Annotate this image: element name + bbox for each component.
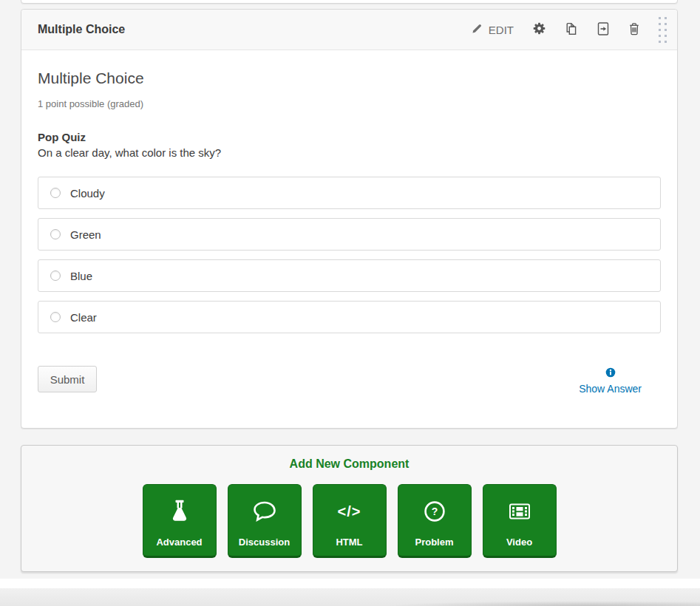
add-button-label: Problem xyxy=(415,537,453,548)
add-component-title: Add New Component xyxy=(21,457,677,471)
choice-label: Green xyxy=(70,228,101,241)
show-answer-button[interactable]: Show Answer xyxy=(579,367,642,395)
choice-label: Blue xyxy=(70,270,92,282)
component-toolbar: EDIT xyxy=(462,17,668,43)
choice-option[interactable]: Blue xyxy=(38,259,661,292)
radio-button[interactable] xyxy=(50,312,61,322)
points-text: 1 point possible (graded) xyxy=(38,98,661,109)
add-discussion-button[interactable]: Discussion xyxy=(228,484,302,558)
choice-option[interactable]: Clear xyxy=(38,301,661,333)
delete-button[interactable] xyxy=(619,19,650,41)
pencil-icon xyxy=(472,23,483,36)
show-answer-label: Show Answer xyxy=(579,383,642,395)
move-button[interactable] xyxy=(588,19,619,41)
add-component-panel: Add New Component Advanced Discussion xyxy=(21,445,678,572)
choices-list: Cloudy Green Blue Clear xyxy=(38,177,661,333)
flask-icon xyxy=(169,497,191,525)
drag-handle[interactable] xyxy=(659,17,667,43)
question-circle-icon: ? xyxy=(423,497,446,525)
add-html-button[interactable]: </> HTML xyxy=(313,484,387,558)
info-icon xyxy=(605,367,616,380)
radio-button[interactable] xyxy=(50,270,61,281)
question-text: On a clear day, what color is the sky? xyxy=(38,146,661,159)
add-video-button[interactable]: Video xyxy=(483,484,557,558)
code-icon: </> xyxy=(338,497,361,525)
copy-icon xyxy=(565,22,578,38)
settings-button[interactable] xyxy=(523,19,555,40)
question-title: Pop Quiz xyxy=(38,131,661,143)
add-button-label: Advanced xyxy=(156,537,202,548)
problem-preview: Multiple Choice 1 point possible (graded… xyxy=(21,50,677,395)
choice-option[interactable]: Cloudy xyxy=(38,177,661,209)
move-icon xyxy=(597,22,609,38)
discussion-icon xyxy=(252,497,277,525)
svg-text:?: ? xyxy=(431,505,438,517)
add-component-buttons: Advanced Discussion </> HTML ? xyxy=(21,484,677,558)
add-advanced-button[interactable]: Advanced xyxy=(143,484,217,558)
problem-actions: Submit Show Answer xyxy=(38,366,661,395)
trash-icon xyxy=(628,22,640,38)
radio-button[interactable] xyxy=(50,229,61,239)
problem-heading: Multiple Choice xyxy=(38,69,661,87)
choice-option[interactable]: Green xyxy=(38,218,661,251)
video-icon xyxy=(507,497,532,525)
duplicate-button[interactable] xyxy=(555,19,588,41)
add-problem-button[interactable]: ? Problem xyxy=(398,484,472,558)
add-button-label: HTML xyxy=(336,537,362,548)
choice-label: Clear xyxy=(70,311,97,324)
page-background-strip xyxy=(0,579,700,588)
add-button-label: Discussion xyxy=(239,537,290,548)
radio-button[interactable] xyxy=(50,188,61,198)
component-header: Multiple Choice EDIT xyxy=(21,10,677,50)
edit-button[interactable]: EDIT xyxy=(462,20,523,39)
edit-label: EDIT xyxy=(489,24,514,36)
add-button-label: Video xyxy=(506,537,532,548)
component-card: Multiple Choice EDIT xyxy=(21,9,678,429)
component-title: Multiple Choice xyxy=(38,23,462,36)
bottom-shadow xyxy=(384,601,700,606)
gear-icon xyxy=(533,22,546,37)
choice-label: Cloudy xyxy=(70,187,105,200)
previous-component-edge xyxy=(21,0,678,4)
submit-button[interactable]: Submit xyxy=(38,366,97,392)
